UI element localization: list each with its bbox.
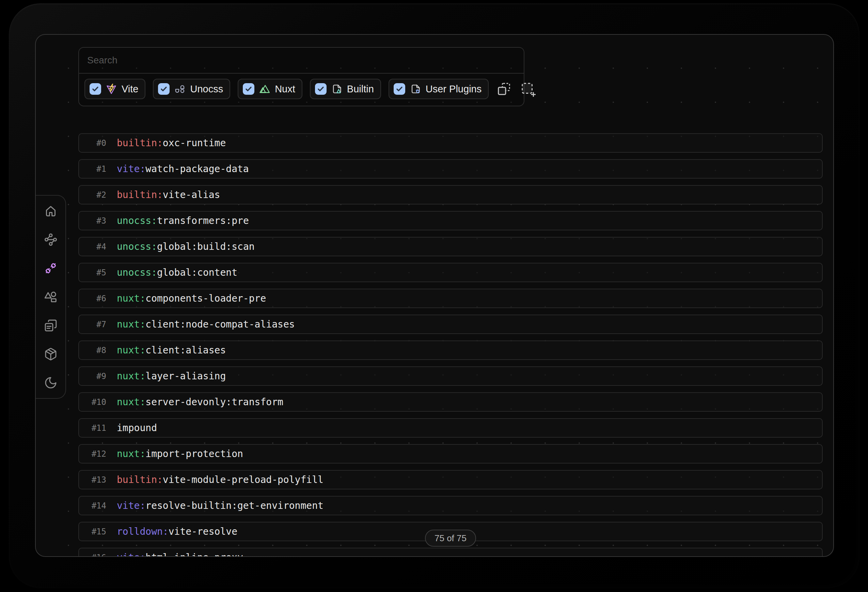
plugin-index: #15 bbox=[79, 527, 106, 536]
plugin-index: #6 bbox=[79, 294, 106, 303]
checkbox-checked-icon[interactable] bbox=[158, 83, 170, 95]
bring-to-front-button[interactable] bbox=[496, 81, 512, 97]
checkbox-checked-icon[interactable] bbox=[243, 83, 254, 95]
unplug-plugins-icon bbox=[44, 261, 58, 275]
plugin-row[interactable]: #16vite:html-inline-proxy bbox=[78, 548, 823, 557]
copy-pages-icon bbox=[44, 319, 58, 332]
sidebar bbox=[36, 195, 66, 399]
devtools-screen: Vite Unocss bbox=[35, 34, 834, 557]
plugin-name: builtin:vite-alias bbox=[117, 189, 220, 200]
plugin-list: #0builtin:oxc-runtime #1vite:watch-packa… bbox=[78, 133, 823, 557]
checkbox-checked-icon[interactable] bbox=[394, 83, 405, 95]
user-plugins-file-icon bbox=[410, 83, 421, 95]
plugin-index: #14 bbox=[79, 501, 106, 511]
plugin-row[interactable]: #5unocss:global:content bbox=[78, 263, 823, 282]
plugin-index: #12 bbox=[79, 449, 106, 459]
checkbox-checked-icon[interactable] bbox=[90, 83, 101, 95]
dark-mode-toggle[interactable] bbox=[43, 375, 59, 391]
plugin-row[interactable]: #1vite:watch-package-data bbox=[78, 159, 823, 179]
plugin-row[interactable]: #14vite:resolve-builtin:get-environment bbox=[78, 496, 823, 515]
filter-vite[interactable]: Vite bbox=[84, 79, 145, 99]
moon-icon bbox=[44, 376, 58, 389]
home-icon bbox=[44, 204, 58, 218]
search-input[interactable] bbox=[79, 48, 524, 74]
filter-label: Nuxt bbox=[275, 83, 295, 95]
plugin-name: nuxt:layer-aliasing bbox=[117, 370, 226, 382]
plugin-prefix: builtin: bbox=[117, 474, 163, 485]
plugin-prefix: nuxt: bbox=[117, 293, 145, 304]
plugin-row[interactable]: #2builtin:vite-alias bbox=[78, 185, 823, 204]
plugin-index: #10 bbox=[79, 397, 106, 407]
plugin-row[interactable]: #11impound bbox=[78, 418, 823, 438]
sidebar-item-components[interactable] bbox=[43, 289, 59, 305]
filter-label: Vite bbox=[121, 83, 138, 95]
plugin-name: nuxt:client:node-compat-aliases bbox=[117, 319, 295, 330]
plugin-name: builtin:oxc-runtime bbox=[117, 138, 226, 149]
plugin-index: #9 bbox=[79, 371, 106, 381]
plugin-prefix: vite: bbox=[117, 500, 145, 511]
plugin-row[interactable]: #6nuxt:components-loader-pre bbox=[78, 289, 823, 308]
view-toolbar bbox=[496, 81, 536, 97]
box-select-button[interactable] bbox=[520, 81, 536, 97]
device-frame: Vite Unocss bbox=[9, 3, 859, 588]
plugin-index: #5 bbox=[79, 268, 106, 277]
plugin-prefix: unocss: bbox=[117, 215, 157, 226]
plugin-row[interactable]: #0builtin:oxc-runtime bbox=[78, 133, 823, 153]
vite-logo-icon bbox=[106, 83, 117, 95]
results-counter: 75 of 75 bbox=[425, 530, 476, 547]
plugin-index: #7 bbox=[79, 320, 106, 329]
plugin-row[interactable]: #13builtin:vite-module-preload-polyfill bbox=[78, 470, 823, 490]
plugin-prefix: vite: bbox=[117, 552, 145, 557]
bring-to-front-icon bbox=[496, 81, 512, 97]
plugin-index: #0 bbox=[79, 138, 106, 148]
shapes-icon bbox=[44, 290, 58, 304]
plugin-prefix: unocss: bbox=[117, 267, 157, 278]
plugin-prefix: nuxt: bbox=[117, 319, 145, 330]
plugin-row[interactable]: #4unocss:global:build:scan bbox=[78, 237, 823, 256]
sidebar-item-packages[interactable] bbox=[43, 346, 59, 362]
plugin-prefix: nuxt: bbox=[117, 448, 145, 459]
plugin-row[interactable]: #9nuxt:layer-aliasing bbox=[78, 366, 823, 386]
plugin-prefix: nuxt: bbox=[117, 370, 145, 382]
plugin-row[interactable]: #7nuxt:client:node-compat-aliases bbox=[78, 315, 823, 334]
plugin-name: nuxt:server-devonly:transform bbox=[117, 397, 283, 408]
plugin-index: #13 bbox=[79, 475, 106, 485]
nuxt-logo-icon bbox=[259, 83, 270, 95]
filter-unocss[interactable]: Unocss bbox=[153, 79, 230, 99]
plugin-name: unocss:global:content bbox=[117, 267, 237, 278]
waypoints-graph-icon bbox=[44, 233, 58, 246]
plugin-index: #2 bbox=[79, 190, 106, 200]
sidebar-item-graph[interactable] bbox=[43, 232, 59, 247]
plugin-name: unocss:global:build:scan bbox=[117, 241, 255, 252]
sidebar-item-home[interactable] bbox=[43, 203, 59, 219]
filter-builtin[interactable]: Builtin bbox=[310, 79, 381, 99]
plugin-index: #4 bbox=[79, 242, 106, 252]
filter-nuxt[interactable]: Nuxt bbox=[238, 79, 303, 99]
plugin-prefix: nuxt: bbox=[117, 397, 145, 408]
plugin-index: #11 bbox=[79, 423, 106, 433]
plugin-prefix: builtin: bbox=[117, 138, 163, 149]
box-select-plus-icon bbox=[520, 81, 536, 97]
plugin-row[interactable]: #12nuxt:import-protection bbox=[78, 444, 823, 463]
plugin-index: #8 bbox=[79, 346, 106, 355]
plugin-row[interactable]: #10nuxt:server-devonly:transform bbox=[78, 392, 823, 412]
search-filter-panel: Vite Unocss bbox=[78, 47, 524, 107]
unocss-logo-icon bbox=[174, 83, 186, 95]
plugin-name: vite:resolve-builtin:get-environment bbox=[117, 500, 323, 511]
checkbox-checked-icon[interactable] bbox=[315, 83, 326, 95]
plugin-name: nuxt:client:aliases bbox=[117, 345, 226, 356]
filter-bar: Vite Unocss bbox=[79, 74, 524, 99]
plugin-row[interactable]: #8nuxt:client:aliases bbox=[78, 340, 823, 360]
plugin-prefix: builtin: bbox=[117, 189, 163, 200]
plugin-name: vite:html-inline-proxy bbox=[117, 552, 243, 557]
plugin-row[interactable]: #3unocss:transformers:pre bbox=[78, 211, 823, 230]
sidebar-item-docs[interactable] bbox=[43, 318, 59, 333]
plugin-name: unocss:transformers:pre bbox=[117, 215, 249, 226]
plugin-index: #1 bbox=[79, 164, 106, 174]
filter-label: User Plugins bbox=[426, 83, 481, 95]
sidebar-item-plugins[interactable] bbox=[43, 260, 59, 276]
plugin-index: #3 bbox=[79, 216, 106, 226]
filter-user-plugins[interactable]: User Plugins bbox=[388, 79, 489, 99]
plugin-name: impound bbox=[117, 422, 157, 434]
builtin-file-icon bbox=[331, 83, 342, 95]
